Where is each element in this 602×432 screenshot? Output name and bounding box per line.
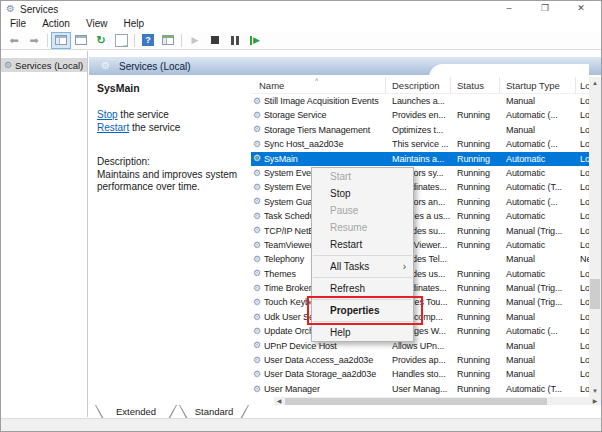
sort-ascending-icon[interactable]: ^ — [315, 77, 318, 84]
menu-item-stop[interactable]: Stop — [312, 185, 413, 202]
horizontal-scrollbar-thumb[interactable] — [285, 398, 547, 405]
table-row[interactable]: ⚙Udk User Service_aa2d03e Shell comp... … — [251, 310, 589, 324]
menu-item-help[interactable]: Help — [312, 324, 413, 341]
menu-help[interactable]: Help — [115, 17, 152, 31]
service-log-on-as-cell: Loc... — [576, 339, 589, 353]
table-row[interactable]: ⚙System Guard Runtime Monitor Broker Mon… — [251, 195, 589, 209]
refresh-button[interactable]: ↻ — [91, 32, 111, 49]
menu-item-all-tasks[interactable]: All Tasks› — [312, 258, 413, 275]
service-name-cell: ⚙User Manager — [251, 382, 386, 396]
close-button[interactable]: ✕ — [563, 1, 599, 17]
stop-service-link[interactable]: Stop — [97, 109, 118, 120]
table-row[interactable]: ⚙Touch Keyboard and Handwriting Panel Se… — [251, 295, 589, 309]
properties-window-button[interactable] — [71, 32, 91, 49]
table-row[interactable]: ⚙Storage Service Provides en... Running … — [251, 108, 589, 122]
vertical-scrollbar-thumb[interactable] — [590, 279, 600, 309]
table-row[interactable]: ⚙User Data Storage_aa2d03e Handles sto..… — [251, 367, 589, 381]
menu-item-refresh[interactable]: Refresh — [312, 280, 413, 297]
maximize-button[interactable]: ❐ — [527, 1, 563, 17]
table-row[interactable]: ⚙User Data Access_aa2d03e Provides ap...… — [251, 353, 589, 367]
table-row[interactable]: ⚙TCP/IP NetBIOS Helper Provides su... Ru… — [251, 224, 589, 238]
stop-service-line: Stop the service — [97, 108, 180, 121]
scroll-down-icon[interactable]: ▼ — [589, 385, 601, 397]
table-row[interactable]: ⚙Sync Host_aa2d03e This service ... Runn… — [251, 137, 589, 151]
service-status-cell: Running — [451, 209, 500, 223]
horizontal-scrollbar[interactable]: ◀ ▶ — [274, 397, 601, 405]
menu-item-pause[interactable]: Pause — [312, 202, 413, 219]
table-row[interactable]: ⚙Storage Tiers Management Optimizes t...… — [251, 123, 589, 137]
table-row[interactable]: ⚙Update Orchestrator Service Manages W..… — [251, 324, 589, 338]
title-bar: ⚙ Services – ❐ ✕ — [1, 1, 601, 17]
minimize-button[interactable]: – — [491, 1, 527, 17]
column-header-description[interactable]: Description — [386, 77, 451, 93]
back-button[interactable]: ⬅ — [4, 32, 24, 49]
column-header-status[interactable]: Status — [451, 77, 500, 93]
refresh-icon: ↻ — [96, 35, 105, 46]
service-log-on-as-cell: Loc... — [576, 94, 589, 108]
service-description-cell: Optimizes t... — [386, 123, 451, 137]
start-service-button[interactable]: ▶ — [185, 32, 205, 49]
forward-button[interactable]: ➡ — [24, 32, 44, 49]
service-gear-icon: ⚙ — [253, 341, 261, 350]
table-row[interactable]: ⚙System Event Notification Service Monit… — [251, 166, 589, 180]
table-row[interactable]: ⚙System Events Broker Coordinates... Run… — [251, 180, 589, 194]
menu-item-properties[interactable]: Properties — [312, 302, 413, 319]
service-status-cell: Running — [451, 180, 500, 194]
console-tree-icon — [55, 35, 67, 45]
table-row[interactable]: ⚙Time Broker Coordinates... Running Manu… — [251, 281, 589, 295]
restart-service-button[interactable]: ▶ — [245, 32, 265, 49]
column-header-startup-type[interactable]: Startup Type — [500, 77, 576, 93]
table-row[interactable]: ⚙Telephony Provides Tel... Manual Net... — [251, 252, 589, 266]
pane-header-title: Services (Local) — [119, 61, 191, 72]
column-header-log-on-as[interactable]: Log — [576, 77, 589, 93]
properties-window-icon — [75, 35, 87, 45]
scroll-up-icon[interactable]: ▲ — [589, 77, 601, 89]
table-row[interactable]: ⚙Themes Provides us... Running Automatic… — [251, 267, 589, 281]
service-startup-type-cell: Automatic — [500, 209, 576, 223]
service-gear-icon: ⚙ — [253, 111, 261, 120]
service-log-on-as-cell: Loc... — [576, 123, 589, 137]
service-status-cell: Running — [451, 224, 500, 238]
service-startup-type-cell: Manual — [500, 252, 576, 266]
menu-item-resume[interactable]: Resume — [312, 219, 413, 236]
console-tree-panel: ⚙ Services (Local) — [1, 51, 88, 417]
column-header-name[interactable]: Name — [251, 77, 386, 93]
service-log-on-as-cell: Loc... — [576, 324, 589, 338]
menu-item-start[interactable]: Start — [312, 168, 413, 185]
table-row[interactable]: ⚙Still Image Acquisition Events Launches… — [251, 94, 589, 108]
scroll-left-icon[interactable]: ◀ — [274, 397, 284, 405]
table-row[interactable]: ⚙UPnP Device Host Allows UPn... Manual L… — [251, 339, 589, 353]
service-status-cell: Running — [451, 166, 500, 180]
menu-item-restart[interactable]: Restart — [312, 236, 413, 253]
table-row[interactable]: ⚙TeamViewer TeamViewer... Running Automa… — [251, 238, 589, 252]
menu-bar: File Action View Help — [1, 17, 601, 31]
vertical-scrollbar[interactable]: ▲ ▼ — [589, 77, 601, 397]
description-label: Description: — [97, 156, 150, 167]
table-row[interactable]: ⚙SysMain Maintains a... Running Automati… — [251, 152, 589, 166]
export-list-button[interactable] — [111, 32, 131, 49]
service-gear-icon: ⚙ — [253, 255, 261, 264]
menu-separator — [313, 255, 412, 256]
show-console-tree-button[interactable] — [51, 32, 71, 49]
service-status-cell: Running — [451, 238, 500, 252]
service-startup-type-cell: Manual — [500, 339, 576, 353]
stop-service-button[interactable] — [205, 32, 225, 49]
menu-action[interactable]: Action — [34, 17, 78, 31]
pause-service-button[interactable] — [225, 32, 245, 49]
tree-item-services-local[interactable]: ⚙ Services (Local) — [1, 58, 87, 72]
table-row[interactable]: ⚙User Manager User Manag... Running Auto… — [251, 382, 589, 396]
table-row[interactable]: ⚙Task Scheduler Enables a us... Running … — [251, 209, 589, 223]
menu-view[interactable]: View — [78, 17, 116, 31]
service-log-on-as-cell: Loc... — [576, 310, 589, 324]
service-log-on-as-cell: Loc... — [576, 353, 589, 367]
restart-service-link[interactable]: Restart — [97, 122, 129, 133]
export-list-icon — [115, 34, 128, 47]
help-button[interactable]: ? — [138, 32, 158, 49]
service-status-cell: Running — [451, 152, 500, 166]
show-action-pane-button[interactable] — [158, 32, 178, 49]
service-log-on-as-cell: Loc... — [576, 137, 589, 151]
service-status-cell: Running — [451, 310, 500, 324]
scroll-right-icon[interactable]: ▶ — [590, 397, 600, 405]
selected-service-name: SysMain — [97, 82, 140, 94]
menu-file[interactable]: File — [1, 17, 34, 31]
